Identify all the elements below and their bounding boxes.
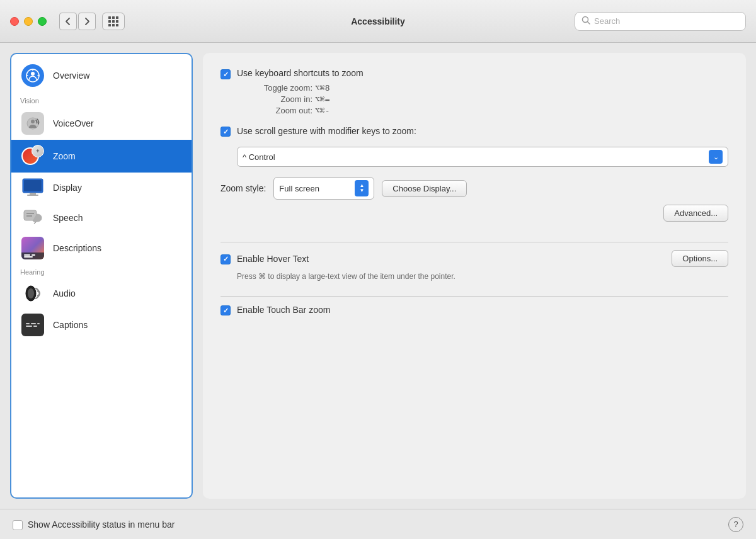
- vision-section-label: Vision: [11, 92, 192, 107]
- dropdown-arrow-icon: ⌄: [709, 150, 723, 164]
- sidebar-item-audio[interactable]: Audio: [11, 278, 192, 309]
- sidebar-label-speech: Speech: [53, 213, 83, 223]
- zoom-out-key: ⌥⌘-: [315, 106, 329, 115]
- scroll-gesture-checkbox[interactable]: ✓: [220, 127, 231, 137]
- zoom-in-key: ⌥⌘=: [315, 94, 329, 104]
- sidebar-item-voiceover[interactable]: VoiceOver: [11, 107, 192, 140]
- sidebar-label-descriptions: Descriptions: [53, 243, 101, 253]
- voiceover-icon-container: [20, 111, 45, 136]
- svg-rect-10: [24, 180, 42, 191]
- display-icon: [20, 176, 45, 199]
- zoom-in-label: Zoom in:: [237, 94, 312, 104]
- zoom-style-label: Zoom style:: [220, 183, 266, 193]
- hover-text-label: Enable Hover Text: [237, 254, 309, 264]
- keyboard-zoom-checkbox[interactable]: ✓: [220, 69, 231, 79]
- hover-text-checkbox[interactable]: ✓: [220, 254, 231, 264]
- svg-line-1: [588, 22, 590, 25]
- zoom-out-label: Zoom out:: [237, 106, 312, 115]
- svg-point-8: [31, 120, 35, 123]
- zoom-in-row: Zoom in: ⌥⌘=: [237, 94, 728, 104]
- maximize-button[interactable]: [38, 17, 47, 26]
- divider-2: [220, 296, 728, 297]
- zoom-style-row: Zoom style: Full screen ▲ ▼ Choose Displ…: [220, 177, 728, 200]
- overview-icon-container: [20, 63, 45, 88]
- sidebar-label-zoom: Zoom: [53, 151, 76, 161]
- hover-text-row: ✓ Enable Hover Text Options...: [220, 250, 728, 267]
- traffic-lights: [10, 17, 47, 26]
- captions-icon-container: [20, 312, 45, 338]
- svg-rect-11: [30, 193, 36, 195]
- advanced-row: Advanced...: [220, 205, 728, 222]
- zoom-out-row: Zoom out: ⌥⌘-: [237, 106, 728, 115]
- svg-rect-12: [27, 195, 38, 196]
- advanced-button[interactable]: Advanced...: [663, 205, 728, 222]
- sidebar-item-overview[interactable]: Overview: [11, 59, 192, 92]
- grid-icon: [108, 16, 118, 26]
- divider-1: [220, 242, 728, 242]
- sidebar-label-overview: Overview: [53, 71, 89, 81]
- show-status-row: Show Accessibility status in menu bar: [13, 519, 175, 530]
- captions-icon: [21, 314, 44, 336]
- audio-icon: [20, 282, 45, 305]
- sidebar: Overview Vision: [10, 53, 193, 499]
- bottom-bar: Show Accessibility status in menu bar ?: [0, 509, 756, 539]
- zoom-style-value: Full screen: [279, 184, 351, 193]
- toggle-zoom-row: Toggle zoom: ⌥⌘8: [237, 83, 728, 93]
- sidebar-label-voiceover: VoiceOver: [53, 118, 94, 128]
- back-button[interactable]: [59, 13, 77, 30]
- zoom-style-dropdown[interactable]: Full screen ▲ ▼: [273, 177, 374, 200]
- hover-options-button[interactable]: Options...: [672, 250, 728, 267]
- show-status-checkbox[interactable]: [13, 520, 23, 530]
- voiceover-icon: [21, 112, 44, 135]
- speech-icon: [20, 207, 45, 229]
- minimize-button[interactable]: [24, 17, 33, 26]
- titlebar: Accessibility: [0, 0, 756, 43]
- toggle-zoom-label: Toggle zoom:: [237, 83, 312, 93]
- overview-icon: [21, 64, 44, 87]
- modifier-key-value: ^ Control: [243, 152, 705, 162]
- sidebar-item-captions[interactable]: Captions: [11, 309, 192, 341]
- keyboard-zoom-label: Use keyboard shortcuts to zoom: [237, 68, 364, 78]
- sidebar-label-audio: Audio: [53, 288, 76, 298]
- hover-text-section: ✓ Enable Hover Text Options... Press ⌘ t…: [220, 250, 728, 281]
- svg-point-3: [31, 72, 35, 76]
- sidebar-label-captions: Captions: [53, 320, 88, 330]
- touch-bar-checkbox[interactable]: ✓: [220, 305, 231, 315]
- keyboard-zoom-row: ✓ Use keyboard shortcuts to zoom: [220, 68, 728, 79]
- grid-view-button[interactable]: [102, 13, 125, 30]
- zoom-icon-container: +: [20, 144, 45, 169]
- shortcuts-block: Toggle zoom: ⌥⌘8 Zoom in: ⌥⌘= Zoom out: …: [237, 83, 728, 115]
- modifier-key-dropdown[interactable]: ^ Control ⌄: [237, 147, 728, 167]
- touch-bar-row: ✓ Enable Touch Bar zoom: [220, 304, 728, 315]
- scroll-gesture-row: ✓ Use scroll gesture with modifier keys …: [220, 125, 728, 137]
- close-button[interactable]: [10, 17, 19, 26]
- sidebar-item-speech[interactable]: Speech: [11, 203, 192, 233]
- forward-button[interactable]: [78, 13, 96, 30]
- descriptions-icon: [20, 237, 45, 259]
- help-button[interactable]: ?: [728, 517, 743, 532]
- search-bar[interactable]: [575, 12, 746, 31]
- sidebar-item-descriptions[interactable]: Descriptions: [11, 233, 192, 263]
- main-content: Overview Vision: [0, 43, 756, 509]
- zoom-style-arrows-icon: ▲ ▼: [355, 180, 369, 196]
- hover-description: Press ⌘ to display a large-text view of …: [237, 272, 728, 281]
- choose-display-button[interactable]: Choose Display...: [382, 180, 467, 197]
- touch-bar-label: Enable Touch Bar zoom: [237, 305, 330, 315]
- hearing-section-label: Hearing: [11, 263, 192, 278]
- sidebar-item-display[interactable]: Display: [11, 173, 192, 203]
- scroll-gesture-label: Use scroll gesture with modifier keys to…: [237, 126, 416, 136]
- search-icon: [581, 16, 590, 26]
- toggle-zoom-key: ⌥⌘8: [315, 83, 329, 93]
- window-title: Accessibility: [351, 16, 405, 26]
- right-panel: ✓ Use keyboard shortcuts to zoom Toggle …: [203, 53, 746, 499]
- search-input[interactable]: [594, 16, 739, 26]
- nav-buttons: [59, 13, 125, 30]
- sidebar-item-zoom[interactable]: + Zoom: [11, 140, 192, 173]
- svg-point-17: [28, 288, 34, 298]
- sidebar-label-display: Display: [53, 183, 82, 193]
- show-status-label: Show Accessibility status in menu bar: [28, 519, 175, 530]
